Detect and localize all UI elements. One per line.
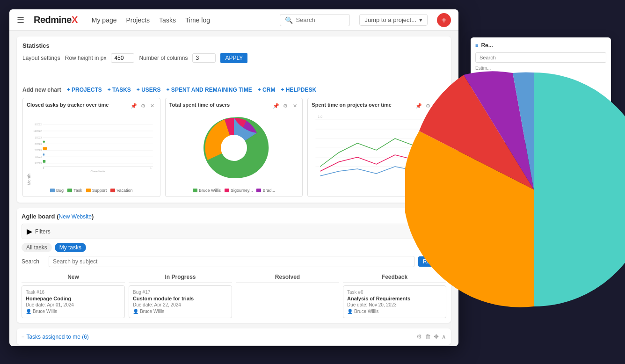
nav-projects[interactable]: Projects (126, 16, 150, 24)
agile-project-link[interactable]: New Website (58, 213, 91, 220)
add-projects-link[interactable]: + PROJECTS (67, 87, 102, 93)
pie-chart-container (169, 110, 299, 185)
chart1-settings-icon[interactable]: ⚙ (139, 102, 147, 109)
tab-all-tasks[interactable]: All tasks (22, 243, 52, 252)
jump-to-project[interactable]: Jump to a project... ▾ (359, 14, 428, 26)
svg-rect-18 (43, 160, 46, 163)
add-helpdesk-link[interactable]: + HELPDESK (281, 87, 316, 93)
legend-task-dot (67, 189, 72, 192)
task-tabs: All tasks My tasks (22, 243, 446, 252)
chart2-pin-icon[interactable]: 📌 (272, 102, 280, 109)
svg-text:5/2023: 5/2023 (35, 149, 42, 152)
add-crm-link[interactable]: + CRM (258, 87, 276, 93)
chart-spent-time-users: Total spent time of users 📌 ⚙ ✕ (165, 98, 303, 197)
svg-rect-19 (43, 153, 44, 155)
chart2-settings-icon[interactable]: ⚙ (282, 102, 289, 109)
tasks-actions: ⚙ 🗑 ✥ ∧ (416, 333, 446, 340)
card-17-user: 👤 Bruce Willis (133, 309, 228, 314)
legend-support: Support (86, 188, 107, 193)
tasks-collapse-icon[interactable]: ∧ (442, 333, 446, 340)
tasks-settings-icon[interactable]: ⚙ (416, 333, 422, 340)
add-chart-label: Add new chart (22, 87, 61, 93)
row-height-label: Row height in px (65, 55, 107, 61)
kanban-col-new-header: New (22, 272, 125, 283)
pie-chart-svg (201, 115, 267, 181)
layout-label: Layout settings (22, 55, 60, 61)
nav-links: My page Projects Tasks Time log (92, 16, 210, 24)
legend-bruce-label: Bruce Willis (199, 188, 221, 193)
add-new-chart: Add new chart + PROJECTS + TASKS + USERS… (22, 87, 316, 93)
svg-text:1: 1 (150, 167, 152, 169)
legend-vacation-dot (110, 189, 115, 192)
svg-rect-20 (43, 147, 47, 150)
legend-task: Task (67, 188, 82, 193)
chart-closed-tasks: Closed tasks by tracker over time 📌 ⚙ ✕ … (22, 98, 160, 197)
add-button[interactable]: + (437, 13, 451, 27)
panel-list-icon: ≡ (475, 43, 478, 48)
hamburger-icon[interactable]: ☰ (17, 15, 24, 25)
nav-time-log[interactable]: Time log (185, 16, 210, 24)
kanban-col-new: New Task #16 Homepage Coding Due date: A… (22, 272, 125, 318)
legend-vacation-label: Vacation (116, 188, 132, 193)
tasks-list-icon: ≡ (22, 334, 24, 340)
nav-my-page[interactable]: My page (92, 16, 117, 24)
big-pie-svg (405, 61, 625, 318)
row-height-input[interactable] (111, 53, 134, 63)
legend-brad-label: Brad... (262, 188, 275, 193)
nav-tasks[interactable]: Tasks (159, 16, 176, 24)
user-icon-6: 👤 (347, 309, 353, 314)
chart2-actions: 📌 ⚙ ✕ (272, 102, 298, 109)
columns-input[interactable] (192, 53, 216, 63)
svg-text:9/2023: 9/2023 (35, 162, 42, 165)
y-axis-label: Month (27, 110, 31, 185)
chart1-actions: 📌 ⚙ ✕ (130, 102, 156, 109)
app-container: ☰ RedmineX My page Projects Tasks Time l… (9, 9, 458, 346)
kanban-col-inprogress: In Progress Bug #17 Custom module for tr… (129, 272, 232, 318)
chart1-legend: Bug Task Support Vacation (27, 188, 156, 193)
user-icon: 👤 (26, 309, 31, 314)
chevron-down-icon: ▾ (419, 16, 422, 23)
tab-my-tasks[interactable]: My tasks (55, 243, 86, 252)
add-spent-time-link[interactable]: + SPENT AND REMAINING TIME (167, 87, 252, 93)
agile-section: Agile board (New Website) 🗑 ✥ ∧ ▶ Filter… (17, 208, 451, 323)
kanban-col-resolved-header: Resolved (236, 272, 339, 283)
legend-bruce: Bruce Willis (193, 188, 221, 193)
layout-settings: Layout settings Row height in px Number … (22, 53, 247, 63)
search-icon: 🔍 (285, 16, 293, 24)
card-16-id: Task #16 (26, 290, 121, 295)
svg-text:Closed tasks: Closed tasks (90, 170, 105, 173)
legend-vacation: Vacation (110, 188, 132, 193)
legend-support-dot (86, 189, 91, 192)
kanban-col-inprogress-header: In Progress (129, 272, 232, 283)
top-nav: ☰ RedmineX My page Projects Tasks Time l… (9, 9, 458, 31)
chart1-close-icon[interactable]: ✕ (149, 102, 156, 109)
chart1-pin-icon[interactable]: 📌 (130, 102, 138, 109)
legend-bug: Bug (50, 188, 64, 193)
add-tasks-link[interactable]: + TASKS (108, 87, 131, 93)
tasks-move-icon[interactable]: ✥ (434, 333, 439, 340)
search-by-subject-input[interactable] (49, 256, 414, 267)
filters-bar[interactable]: ▶ Filters (22, 224, 446, 239)
bar-chart: Month (27, 110, 156, 185)
search-input[interactable] (296, 16, 345, 23)
tasks-title[interactable]: Tasks assigned to me (6) (26, 334, 88, 340)
bar-chart-svg: 9/2022 11/2022 1/2023 3/2023 5/2023 7/20… (33, 110, 156, 181)
svg-text:1/2023: 1/2023 (35, 137, 42, 139)
tasks-trash-icon[interactable]: 🗑 (425, 333, 431, 340)
big-pie-overlay (405, 61, 625, 318)
search-box[interactable]: 🔍 (280, 14, 350, 26)
kanban-col-resolved: Resolved (236, 272, 339, 318)
charts-row: Closed tasks by tracker over time 📌 ⚙ ✕ … (22, 98, 445, 197)
legend-bug-label: Bug (56, 188, 64, 193)
apply-button[interactable]: APPLY (220, 53, 247, 63)
filters-label: Filters (35, 228, 51, 235)
statistics-section: Statistics Layout settings Row height in… (17, 36, 451, 203)
legend-brad: Brad... (256, 188, 275, 193)
card-17-title: Custom module for trials (133, 296, 228, 301)
search-label: Search (22, 258, 45, 265)
agile-header: Agile board (New Website) 🗑 ✥ ∧ (22, 213, 446, 220)
add-users-link[interactable]: + USERS (137, 87, 161, 93)
legend-brad-dot (256, 189, 261, 192)
app-logo: RedmineX (34, 15, 78, 25)
chart2-close-icon[interactable]: ✕ (291, 102, 298, 109)
